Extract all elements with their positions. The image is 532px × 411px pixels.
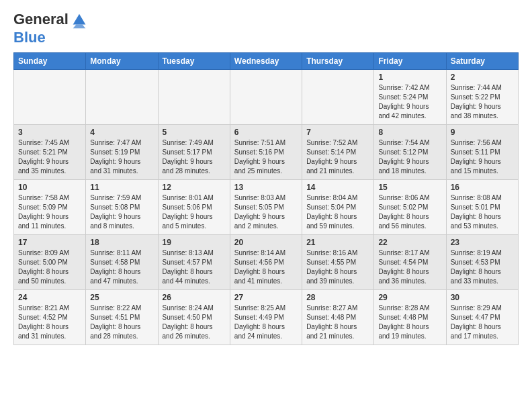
day-info: Sunrise: 8:25 AM Sunset: 4:49 PM Dayligh… [234, 304, 298, 341]
day-number: 26 [163, 293, 226, 302]
calendar-cell [86, 70, 158, 125]
calendar-cell: 28Sunrise: 8:27 AM Sunset: 4:48 PM Dayli… [302, 290, 374, 345]
header-day-thursday: Thursday [302, 53, 374, 70]
day-info: Sunrise: 8:13 AM Sunset: 4:57 PM Dayligh… [163, 248, 226, 286]
calendar-cell: 30Sunrise: 8:29 AM Sunset: 4:47 PM Dayli… [446, 290, 518, 345]
day-number: 20 [234, 238, 298, 247]
calendar-cell: 6Sunrise: 7:51 AM Sunset: 5:16 PM Daylig… [230, 125, 302, 180]
day-info: Sunrise: 7:54 AM Sunset: 5:12 PM Dayligh… [378, 138, 441, 176]
day-number: 10 [18, 183, 81, 192]
day-number: 13 [234, 183, 298, 192]
calendar-cell: 16Sunrise: 8:08 AM Sunset: 5:01 PM Dayli… [446, 180, 518, 235]
calendar-cell: 12Sunrise: 8:01 AM Sunset: 5:06 PM Dayli… [158, 180, 230, 235]
calendar-cell: 2Sunrise: 7:44 AM Sunset: 5:22 PM Daylig… [446, 70, 518, 125]
day-number: 27 [234, 293, 298, 302]
logo: General Blue [13, 11, 89, 46]
day-number: 28 [306, 293, 369, 302]
day-number: 5 [163, 128, 226, 137]
calendar-cell: 17Sunrise: 8:09 AM Sunset: 5:00 PM Dayli… [14, 235, 86, 290]
day-number: 4 [90, 128, 153, 137]
header: General Blue [13, 11, 519, 46]
day-info: Sunrise: 8:16 AM Sunset: 4:55 PM Dayligh… [306, 248, 369, 286]
calendar-cell: 29Sunrise: 8:28 AM Sunset: 4:48 PM Dayli… [374, 290, 446, 345]
calendar-cell: 9Sunrise: 7:56 AM Sunset: 5:11 PM Daylig… [446, 125, 518, 180]
day-info: Sunrise: 8:04 AM Sunset: 5:04 PM Dayligh… [306, 193, 369, 231]
week-row-2: 10Sunrise: 7:58 AM Sunset: 5:09 PM Dayli… [14, 180, 519, 235]
calendar-cell [14, 70, 86, 125]
day-number: 12 [163, 183, 226, 192]
calendar-cell: 11Sunrise: 7:59 AM Sunset: 5:08 PM Dayli… [86, 180, 158, 235]
calendar-cell: 8Sunrise: 7:54 AM Sunset: 5:12 PM Daylig… [374, 125, 446, 180]
header-day-saturday: Saturday [446, 53, 518, 70]
day-info: Sunrise: 8:21 AM Sunset: 4:52 PM Dayligh… [18, 304, 81, 341]
day-number: 6 [234, 128, 298, 137]
calendar-cell: 3Sunrise: 7:45 AM Sunset: 5:21 PM Daylig… [14, 125, 86, 180]
svg-marker-1 [73, 25, 86, 29]
calendar-cell: 22Sunrise: 8:17 AM Sunset: 4:54 PM Dayli… [374, 235, 446, 290]
calendar-cell: 20Sunrise: 8:14 AM Sunset: 4:56 PM Dayli… [230, 235, 302, 290]
day-info: Sunrise: 8:24 AM Sunset: 4:50 PM Dayligh… [163, 304, 226, 341]
calendar-cell: 24Sunrise: 8:21 AM Sunset: 4:52 PM Dayli… [14, 290, 86, 345]
calendar-cell: 19Sunrise: 8:13 AM Sunset: 4:57 PM Dayli… [158, 235, 230, 290]
logo-icon [70, 11, 89, 30]
day-number: 9 [451, 128, 514, 137]
day-number: 21 [306, 238, 369, 247]
week-row-0: 1Sunrise: 7:42 AM Sunset: 5:24 PM Daylig… [14, 70, 519, 125]
day-number: 8 [378, 128, 441, 137]
header-row: SundayMondayTuesdayWednesdayThursdayFrid… [14, 53, 519, 70]
day-info: Sunrise: 8:01 AM Sunset: 5:06 PM Dayligh… [163, 193, 226, 231]
day-number: 23 [451, 238, 514, 247]
day-info: Sunrise: 7:58 AM Sunset: 5:09 PM Dayligh… [18, 193, 81, 231]
calendar-cell: 15Sunrise: 8:06 AM Sunset: 5:02 PM Dayli… [374, 180, 446, 235]
calendar-cell: 7Sunrise: 7:52 AM Sunset: 5:14 PM Daylig… [302, 125, 374, 180]
day-info: Sunrise: 8:27 AM Sunset: 4:48 PM Dayligh… [306, 304, 369, 341]
header-day-monday: Monday [86, 53, 158, 70]
day-info: Sunrise: 8:09 AM Sunset: 5:00 PM Dayligh… [18, 248, 81, 286]
day-number: 7 [306, 128, 369, 137]
day-info: Sunrise: 7:47 AM Sunset: 5:19 PM Dayligh… [90, 138, 153, 176]
calendar-cell: 13Sunrise: 8:03 AM Sunset: 5:05 PM Dayli… [230, 180, 302, 235]
day-info: Sunrise: 8:19 AM Sunset: 4:53 PM Dayligh… [451, 248, 514, 286]
day-info: Sunrise: 7:51 AM Sunset: 5:16 PM Dayligh… [234, 138, 298, 176]
day-number: 22 [378, 238, 441, 247]
day-info: Sunrise: 8:03 AM Sunset: 5:05 PM Dayligh… [234, 193, 298, 231]
calendar-cell: 4Sunrise: 7:47 AM Sunset: 5:19 PM Daylig… [86, 125, 158, 180]
day-number: 17 [18, 238, 81, 247]
day-info: Sunrise: 8:28 AM Sunset: 4:48 PM Dayligh… [378, 304, 441, 341]
day-number: 16 [451, 183, 514, 192]
day-number: 3 [18, 128, 81, 137]
header-day-sunday: Sunday [14, 53, 86, 70]
calendar-cell: 21Sunrise: 8:16 AM Sunset: 4:55 PM Dayli… [302, 235, 374, 290]
day-info: Sunrise: 7:59 AM Sunset: 5:08 PM Dayligh… [90, 193, 153, 231]
week-row-3: 17Sunrise: 8:09 AM Sunset: 5:00 PM Dayli… [14, 235, 519, 290]
day-number: 29 [378, 293, 441, 302]
day-info: Sunrise: 8:08 AM Sunset: 5:01 PM Dayligh… [451, 193, 514, 231]
day-number: 18 [90, 238, 153, 247]
week-row-4: 24Sunrise: 8:21 AM Sunset: 4:52 PM Dayli… [14, 290, 519, 345]
day-number: 11 [90, 183, 153, 192]
calendar-cell: 10Sunrise: 7:58 AM Sunset: 5:09 PM Dayli… [14, 180, 86, 235]
header-day-friday: Friday [374, 53, 446, 70]
logo-text: General [13, 11, 89, 30]
calendar-cell: 14Sunrise: 8:04 AM Sunset: 5:04 PM Dayli… [302, 180, 374, 235]
calendar-cell [158, 70, 230, 125]
day-info: Sunrise: 7:49 AM Sunset: 5:17 PM Dayligh… [163, 138, 226, 176]
day-info: Sunrise: 7:42 AM Sunset: 5:24 PM Dayligh… [378, 83, 441, 121]
day-info: Sunrise: 8:29 AM Sunset: 4:47 PM Dayligh… [451, 304, 514, 341]
day-info: Sunrise: 7:45 AM Sunset: 5:21 PM Dayligh… [18, 138, 81, 176]
day-number: 24 [18, 293, 81, 302]
calendar-cell: 27Sunrise: 8:25 AM Sunset: 4:49 PM Dayli… [230, 290, 302, 345]
day-info: Sunrise: 7:52 AM Sunset: 5:14 PM Dayligh… [306, 138, 369, 176]
day-info: Sunrise: 8:22 AM Sunset: 4:51 PM Dayligh… [90, 304, 153, 341]
week-row-1: 3Sunrise: 7:45 AM Sunset: 5:21 PM Daylig… [14, 125, 519, 180]
day-number: 30 [451, 293, 514, 302]
page: General Blue SundayMondayTuesdayWednesda… [0, 0, 532, 352]
header-day-tuesday: Tuesday [158, 53, 230, 70]
day-info: Sunrise: 8:17 AM Sunset: 4:54 PM Dayligh… [378, 248, 441, 286]
day-info: Sunrise: 7:44 AM Sunset: 5:22 PM Dayligh… [451, 83, 514, 121]
logo-blue: Blue [13, 30, 89, 46]
day-number: 2 [451, 73, 514, 82]
calendar-table: SundayMondayTuesdayWednesdayThursdayFrid… [13, 52, 519, 345]
calendar-cell: 23Sunrise: 8:19 AM Sunset: 4:53 PM Dayli… [446, 235, 518, 290]
header-day-wednesday: Wednesday [230, 53, 302, 70]
